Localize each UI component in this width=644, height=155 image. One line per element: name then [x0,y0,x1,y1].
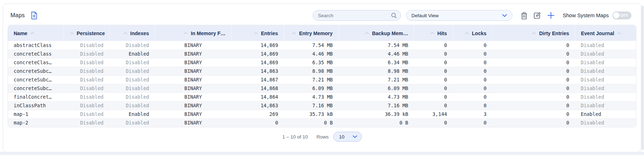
cell-indexes: Disabled [109,58,155,67]
column-header-name[interactable]: Name [8,25,64,41]
sort-up-icon [184,30,188,36]
cell-name: map-1 [8,110,64,118]
pagination: 1 – 10 of 10 Rows 10 [3,131,641,142]
cell-backup_memory: 4.46 MB [339,50,414,58]
rows-per-page-select[interactable]: 10 [333,132,362,142]
column-header-event_journal[interactable]: Event Journal [575,25,636,41]
cell-backup_memory: 6.09 MB [339,84,414,93]
column-header-locks[interactable]: Locks [453,25,492,41]
cell-persistence: Disabled [64,101,109,110]
table-row[interactable]: concreteSubc…DisabledDisabledBINARY14,86… [8,84,636,93]
table-row[interactable]: abstractClassDisabledDisabledBINARY14,86… [8,41,636,50]
trash-icon [520,11,528,20]
cell-locks: 0 [453,93,492,101]
table-row[interactable]: concreteClas…DisabledDisabledBINARY14,86… [8,58,636,67]
cell-name: concreteSubc… [8,75,64,84]
cell-event_journal: Disabled [575,50,636,58]
cell-name: concreteClas… [8,58,64,67]
sort-up-icon [70,30,74,36]
column-header-format[interactable]: In Memory F… [155,25,231,41]
search-icon [391,12,397,19]
cell-indexes: Disabled [109,84,155,93]
chevron-down-icon [502,14,507,17]
cell-event_journal: Disabled [575,58,636,67]
table-row[interactable]: map-2DisabledDisabledBINARY00 B0 B000Dis… [8,118,636,127]
table-row[interactable]: concreteSubc…DisabledDisabledBINARY14,86… [8,75,636,84]
view-select-value: Default View [411,13,439,18]
cell-name: inClassPath [8,101,64,110]
delete-view-button[interactable] [520,11,528,20]
cell-backup_memory: 7.16 MB [339,101,414,110]
cell-name: concreteSubc… [8,67,64,75]
search-input[interactable] [318,13,391,18]
cell-indexes: Disabled [109,75,155,84]
table-row[interactable]: concreteSubc…DisabledDisabledBINARY14,86… [8,67,636,75]
search-box [313,10,401,21]
cell-locks: 0 [453,67,492,75]
cell-hits: 0 [414,50,453,58]
cell-persistence: Disabled [64,93,109,101]
table-row[interactable]: concreteClassDisabledEnabledBINARY14,869… [8,50,636,58]
cell-dirty_entries: 0 [492,50,575,58]
cell-event_journal: Disabled [575,67,636,75]
cell-format: BINARY [155,93,231,101]
cell-event_journal: Disabled [575,75,636,84]
column-header-entries[interactable]: Entries [231,25,284,41]
cell-entry_memory: 6.09 MB [284,84,339,93]
cell-name: concreteClass [8,50,64,58]
page-title: Maps [10,12,25,19]
cell-dirty_entries: 0 [492,101,575,110]
header-row: Name Persistence Indexes In Memory F… En… [8,25,636,41]
cell-name: finalConcret… [8,93,64,101]
cell-hits: 0 [414,67,453,75]
show-system-maps-toggle[interactable]: OFF [612,11,631,19]
cell-persistence: Disabled [64,50,109,58]
cell-indexes: Disabled [109,93,155,101]
add-view-button[interactable] [547,11,555,19]
view-select[interactable]: Default View [406,10,512,21]
cell-entries: 14,868 [231,84,284,93]
cell-locks: 0 [453,58,492,67]
cell-hits: 3,144 [414,110,453,118]
cell-persistence: Disabled [64,41,109,50]
table-row[interactable]: finalConcret…DisabledDisabledBINARY14,86… [8,93,636,101]
cell-dirty_entries: 0 [492,67,575,75]
edit-view-button[interactable] [533,11,541,20]
column-header-hits[interactable]: Hits [414,25,453,41]
cell-format: BINARY [155,75,231,84]
column-header-backup_memory[interactable]: Backup Mem… [339,25,414,41]
sort-up-icon [532,30,536,36]
cell-locks: 0 [453,84,492,93]
column-header-dirty_entries[interactable]: Dirty Entries [492,25,575,41]
cell-hits: 0 [414,58,453,67]
sort-up-icon [292,30,296,36]
cell-entry_memory: 35.73 kB [284,110,339,118]
cell-entries: 14,864 [231,93,284,101]
show-system-maps-label: Show System Maps [563,13,609,18]
maps-table: Name Persistence Indexes In Memory F… En… [8,25,636,127]
cell-event_journal: Disabled [575,84,636,93]
column-header-entry_memory[interactable]: Entry Memory [284,25,339,41]
table-row[interactable]: inClassPathDisabledDisabledBINARY14,8637… [8,101,636,110]
cell-event_journal: Disabled [575,101,636,110]
cell-dirty_entries: 0 [492,110,575,118]
cell-persistence: Disabled [64,67,109,75]
cell-entries: 14,863 [231,67,284,75]
cell-backup_memory: 7.54 MB [339,41,414,50]
scrollbar[interactable] [641,6,644,150]
cell-backup_memory: 36.39 kB [339,110,414,118]
edit-icon [533,11,541,20]
cell-name: concreteSubc… [8,84,64,93]
cell-dirty_entries: 0 [492,84,575,93]
cell-persistence: Disabled [64,58,109,67]
cell-event_journal: Disabled [575,93,636,101]
column-header-indexes[interactable]: Indexes [109,25,155,41]
cell-indexes: Disabled [109,41,155,50]
cell-format: BINARY [155,50,231,58]
table-row[interactable]: map-1DisabledEnabledBINARY26935.73 kB36.… [8,110,636,118]
cell-indexes: Disabled [109,67,155,75]
plus-icon [547,11,555,19]
cell-entries: 0 [231,118,284,127]
column-header-persistence[interactable]: Persistence [64,25,109,41]
rows-per-page-value: 10 [339,134,345,140]
